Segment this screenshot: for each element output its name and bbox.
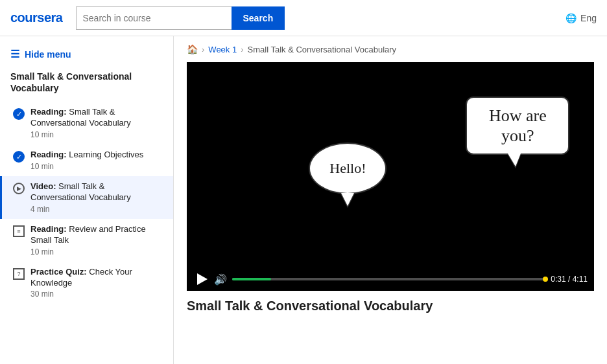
home-icon[interactable]: 🏠 [187, 44, 198, 54]
sidebar-item-video[interactable]: ▶ Video: Small Talk & Conversational Voc… [0, 176, 173, 219]
breadcrumb-sep-1: › [202, 45, 204, 54]
breadcrumb-current: Small Talk & Conversational Vocabulary [248, 45, 397, 54]
bubble-hello: Hello! [309, 142, 387, 194]
sidebar-item-reading-2[interactable]: ✓ Reading: Learning Objectives 10 min [0, 144, 173, 176]
main-content: 🏠 › Week 1 › Small Talk & Conversational… [174, 36, 607, 364]
sidebar-item-reading-3[interactable]: ≡ Reading: Review and Practice Small Tal… [0, 219, 173, 262]
check-icon-1: ✓ [12, 108, 25, 120]
breadcrumb-sep-2: › [241, 45, 243, 54]
item-duration-5: 30 min [30, 290, 163, 299]
sidebar-item-quiz[interactable]: ? Practice Quiz: Check Your Knowledge 30… [0, 262, 173, 304]
hide-menu-button[interactable]: ☰ Hide menu [0, 44, 173, 67]
header-right: 🌐 Eng [565, 13, 597, 23]
hamburger-icon: ☰ [10, 48, 19, 60]
search-input[interactable] [76, 6, 232, 30]
progress-fill [232, 278, 271, 280]
item-text-4: Reading: Review and Practice Small Talk … [30, 224, 163, 256]
quiz-icon: ? [12, 267, 25, 280]
item-text-1: Reading: Small Talk & Conversational Voc… [30, 107, 163, 139]
video-player[interactable]: Hello! How are you? 🔊 0:31 / 4:11 [187, 62, 594, 291]
video-icon: ▶ [12, 182, 25, 195]
sidebar: ☰ Hide menu Small Talk & Conversational … [0, 36, 174, 364]
play-triangle-icon [197, 273, 208, 285]
item-duration-4: 10 min [30, 247, 163, 256]
item-label-5: Practice Quiz: Check Your Knowledge [30, 267, 163, 289]
item-label-1: Reading: Small Talk & Conversational Voc… [30, 107, 163, 129]
item-duration-1: 10 min [30, 130, 163, 139]
globe-icon: 🌐 [565, 13, 577, 23]
progress-bar[interactable] [232, 278, 545, 280]
main-layout: ☰ Hide menu Small Talk & Conversational … [0, 36, 607, 364]
video-frame: Hello! How are you? 🔊 0:31 / 4:11 [187, 62, 594, 291]
item-text-2: Reading: Learning Objectives 10 min [30, 150, 163, 171]
play-button[interactable] [193, 271, 209, 287]
reading-icon-3: ≡ [12, 225, 25, 238]
coursera-logo: coursera [10, 10, 63, 25]
video-title: Small Talk & Conversational Vocabulary [187, 299, 594, 313]
breadcrumb: 🏠 › Week 1 › Small Talk & Conversational… [187, 44, 594, 54]
hide-menu-label: Hide menu [25, 49, 71, 60]
sidebar-course-title: Small Talk & Conversational Vocabulary [0, 67, 173, 102]
progress-dot [543, 277, 548, 282]
black-bar [187, 62, 276, 291]
item-label-4: Reading: Review and Practice Small Talk [30, 224, 163, 246]
breadcrumb-week[interactable]: Week 1 [208, 45, 237, 54]
header: coursera Search 🌐 Eng [0, 0, 607, 36]
item-text-5: Practice Quiz: Check Your Knowledge 30 m… [30, 267, 163, 299]
sidebar-item-reading-1[interactable]: ✓ Reading: Small Talk & Conversational V… [0, 102, 173, 144]
item-text-3: Video: Small Talk & Conversational Vocab… [30, 181, 163, 214]
search-bar: Search [76, 6, 285, 30]
item-duration-3: 4 min [30, 205, 163, 214]
check-icon-2: ✓ [12, 150, 25, 163]
item-label-2: Reading: Learning Objectives [30, 150, 163, 161]
video-controls: 🔊 0:31 / 4:11 [187, 266, 594, 291]
time-display: 0:31 / 4:11 [551, 275, 588, 284]
volume-icon[interactable]: 🔊 [214, 273, 227, 286]
item-duration-2: 10 min [30, 162, 163, 171]
bubble-how: How are you? [466, 97, 569, 155]
lang-label: Eng [580, 13, 597, 23]
search-button[interactable]: Search [232, 6, 285, 30]
item-label-3: Video: Small Talk & Conversational Vocab… [30, 181, 163, 203]
